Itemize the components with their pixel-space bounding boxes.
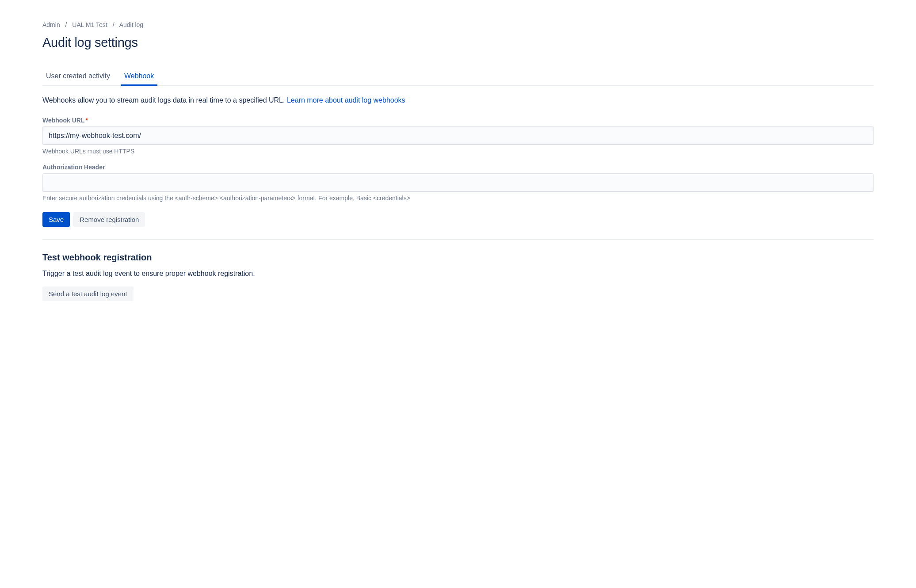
webhook-url-label: Webhook URL* <box>42 117 874 124</box>
webhook-description: Webhooks allow you to stream audit logs … <box>42 96 874 104</box>
section-divider <box>42 239 874 240</box>
required-indicator: * <box>85 117 88 124</box>
auth-header-help: Enter secure authorization credentials u… <box>42 195 874 202</box>
breadcrumb: Admin / UAL M1 Test / Audit log <box>42 21 874 28</box>
learn-more-link[interactable]: Learn more about audit log webhooks <box>287 96 405 104</box>
remove-registration-button[interactable]: Remove registration <box>73 212 145 227</box>
tabs: User created activity Webhook <box>42 68 874 86</box>
breadcrumb-separator: / <box>113 21 114 28</box>
webhook-url-label-text: Webhook URL <box>42 117 84 124</box>
breadcrumb-admin[interactable]: Admin <box>42 21 60 28</box>
auth-header-input[interactable] <box>42 173 874 192</box>
webhook-url-input[interactable] <box>42 126 874 145</box>
auth-header-group: Authorization Header Enter secure author… <box>42 164 874 202</box>
form-button-row: Save Remove registration <box>42 212 874 227</box>
test-section-description: Trigger a test audit log event to ensure… <box>42 270 874 278</box>
save-button[interactable]: Save <box>42 212 70 227</box>
breadcrumb-auditlog[interactable]: Audit log <box>119 21 143 28</box>
breadcrumb-org[interactable]: UAL M1 Test <box>72 21 107 28</box>
send-test-event-button[interactable]: Send a test audit log event <box>42 286 134 301</box>
tab-user-created-activity[interactable]: User created activity <box>42 69 114 86</box>
tab-webhook[interactable]: Webhook <box>121 69 157 86</box>
test-section-title: Test webhook registration <box>42 252 874 263</box>
auth-header-label: Authorization Header <box>42 164 874 171</box>
webhook-url-group: Webhook URL* Webhook URLs must use HTTPS <box>42 117 874 155</box>
webhook-url-help: Webhook URLs must use HTTPS <box>42 148 874 155</box>
page-title: Audit log settings <box>42 35 874 50</box>
description-text: Webhooks allow you to stream audit logs … <box>42 96 287 104</box>
breadcrumb-separator: / <box>65 21 67 28</box>
